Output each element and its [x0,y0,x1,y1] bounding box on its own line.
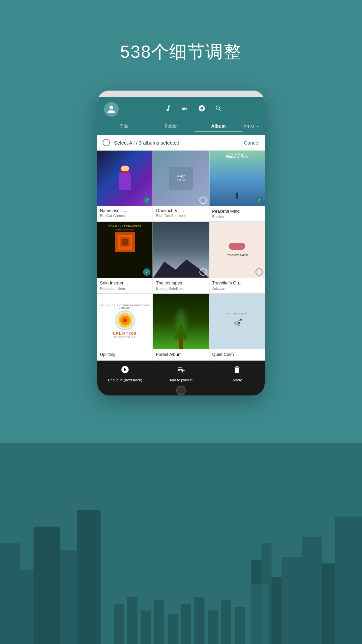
svg-rect-20 [194,597,204,644]
select-all-bar: Select All / 3 albums selected Cancel [97,135,265,151]
select-all-checkbox[interactable] [103,139,110,146]
album-info: Uplifting [97,349,153,361]
svg-rect-4 [60,550,77,644]
album-name: Solo Instrum... [100,280,128,285]
album-item[interactable]: SOUND OF PICTURE PRODUCTION LIBRARY UPLI… [97,294,153,361]
avatar[interactable] [104,102,119,117]
svg-rect-19 [181,604,191,644]
enqueue-label: Enqueue (next track) [108,378,142,382]
album-artist: Jahzzar [212,286,262,290]
album-item[interactable]: ✓ Nameless: T... BoxCat Games [97,151,153,221]
svg-rect-11 [272,577,282,644]
album-info: Quiet Calm [209,349,265,361]
app-header [97,97,265,121]
album-info: Traveller's Gu... Jahzzar [209,278,265,293]
svg-rect-12 [282,557,302,644]
svg-rect-5 [77,510,101,644]
svg-rect-3 [34,527,60,644]
album-name: The los tapes... [156,280,186,285]
album-artist: Borrtex [212,215,262,219]
enqueue-button[interactable]: Enqueue (next track) [97,365,153,382]
tab-album[interactable]: Album [195,121,242,131]
delete-icon [233,365,241,376]
album-name: Uplifting [100,352,116,357]
tab-artist-dropdown[interactable]: Artist [242,121,261,131]
svg-rect-21 [208,610,218,644]
album-item[interactable]: Traveler's Guide Traveller's Gu... Jahzz… [209,222,265,293]
album-info: The los tapes... Ending Satellites [153,278,208,293]
albums-grid: ✓ Nameless: T... BoxCat Games villagesce… [97,151,265,361]
album-artist: Ending Satellites [156,286,206,290]
album-name: Onesuch Vill... [156,208,206,213]
album-info: Onesuch Vill... Blue Dot Sessions [153,206,208,220]
tab-folder[interactable]: Folder [148,121,195,131]
album-cover: Suite by Borrtex Peaceful Mind ✓ [209,151,265,206]
album-name: Forest Album [156,352,182,357]
album-item[interactable]: SOLO INSTRUMENTS MADELIENE BEAN ✓ Solo I… [97,222,153,293]
svg-rect-6 [302,537,322,644]
select-status: Select All / 3 albums selected [114,140,240,146]
album-item[interactable]: villagescene Onesuch Vill... Blue Dot Se… [153,151,208,221]
album-item[interactable]: Forest Album [153,294,208,361]
delete-label: Delete [232,378,242,382]
vinyl-icon[interactable] [198,105,205,114]
svg-rect-2 [20,570,34,644]
album-name: Quiet Calm [212,352,234,357]
album-info: Peaceful Mind Borrtex [209,206,265,221]
album-cover [153,222,208,277]
home-button[interactable] [176,386,186,395]
album-cover: ✓ [97,151,153,206]
search-icon[interactable] [215,105,222,114]
svg-rect-17 [154,600,164,644]
album-check-unselected [199,197,207,204]
svg-rect-7 [322,564,335,644]
tab-title[interactable]: Title [101,121,148,131]
album-cover: miko's player guide [209,294,265,349]
album-name: Traveller's Gu... [212,280,243,285]
enqueue-icon [121,365,129,376]
album-info: Solo Instrum... Podington Bear [97,278,153,293]
album-name: Peaceful Mind [212,209,240,214]
add-to-playlist-button[interactable]: Add to playlist [153,365,209,382]
phone-bottom-bar [97,385,265,395]
nav-icons [129,105,258,114]
svg-rect-1 [0,543,20,644]
album-cover: SOLO INSTRUMENTS MADELIENE BEAN ✓ [97,222,153,277]
page-title: 538个细节调整 [120,40,242,64]
svg-rect-18 [168,614,178,644]
bottom-action-bar: Enqueue (next track) Add to playlist Del… [97,361,265,385]
album-item[interactable]: miko's player guide Quiet Calm [209,294,265,361]
album-artist: Podington Bear [100,286,150,290]
album-cover: SOUND OF PICTURE PRODUCTION LIBRARY UPLI… [97,294,153,349]
album-info: Forest Album [153,349,208,361]
album-name: Nameless: T... [100,208,150,213]
album-check-selected: ✓ [143,268,150,276]
album-cover: Traveler's Guide [209,222,265,277]
svg-rect-15 [127,597,137,644]
add-to-playlist-label: Add to playlist [170,378,192,382]
cancel-button[interactable]: Cancel [244,140,259,146]
album-check-unselected [199,268,207,276]
delete-button[interactable]: Delete [209,365,265,382]
album-item[interactable]: The los tapes... Ending Satellites [153,222,208,293]
album-check-unselected [255,268,263,276]
svg-rect-14 [114,604,124,644]
album-cover [153,294,208,349]
playlist-add-icon [177,365,185,376]
album-info: Nameless: T... BoxCat Games [97,206,153,220]
playlist-icon[interactable] [181,105,189,114]
svg-rect-22 [221,600,231,644]
svg-rect-23 [235,607,245,644]
album-artist: Blue Dot Sessions [156,214,206,218]
album-item[interactable]: Suite by Borrtex Peaceful Mind ✓ Peacefu… [209,151,265,221]
svg-rect-16 [141,610,151,644]
tab-bar: Title Folder Album Artist [97,121,265,135]
phone-top-bar [97,91,265,97]
album-cover: villagescene [153,151,208,206]
phone-mockup: Title Folder Album Artist Select All / 3… [97,91,265,395]
album-artist: BoxCat Games [100,214,150,218]
svg-rect-8 [335,517,362,644]
music-note-icon[interactable] [165,105,172,114]
